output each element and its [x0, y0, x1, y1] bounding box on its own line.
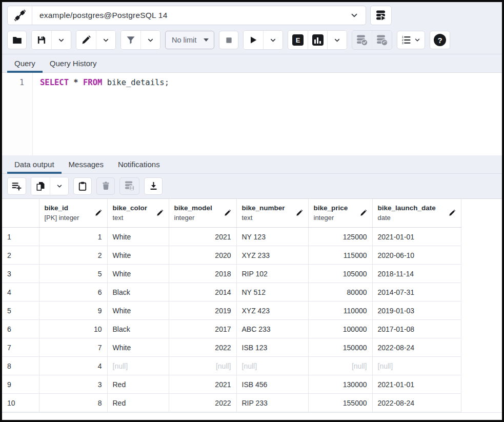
cell-bike_id[interactable]: 1: [39, 228, 107, 246]
cell-bike_price[interactable]: [null]: [308, 357, 372, 375]
cell-bike_model[interactable]: 2017: [169, 320, 236, 338]
connection-selector[interactable]: example/postgres@PostgreSQL 14: [7, 6, 366, 25]
cell-bike_id[interactable]: 9: [39, 302, 107, 320]
tab-messages[interactable]: Messages: [62, 156, 111, 173]
horizontal-scroll-area[interactable]: [2, 412, 502, 420]
row-number[interactable]: 4: [2, 283, 39, 302]
cell-bike_launch_date[interactable]: 2018-11-14: [372, 265, 461, 283]
sql-code-line[interactable]: SELECT * FROM bike_details;: [33, 73, 502, 155]
cell-bike_number[interactable]: NY 123: [236, 228, 308, 246]
cell-bike_launch_date[interactable]: 2021-01-01: [372, 228, 461, 246]
copy-button[interactable]: [31, 177, 50, 195]
cell-bike_color[interactable]: White: [107, 228, 169, 246]
cell-bike_color[interactable]: White: [107, 265, 169, 283]
edit-dropdown-button[interactable]: [96, 31, 115, 49]
cell-bike_color[interactable]: Black: [107, 283, 169, 302]
cell-bike_price[interactable]: 100000: [308, 320, 372, 338]
cell-bike_number[interactable]: XYZ 233: [236, 246, 308, 265]
cell-bike_launch_date[interactable]: [null]: [372, 357, 461, 375]
cell-bike_price[interactable]: 110000: [308, 302, 372, 320]
cell-bike_color[interactable]: White: [107, 302, 169, 320]
copy-dropdown-button[interactable]: [50, 177, 68, 195]
cell-bike_number[interactable]: [null]: [236, 357, 308, 375]
tab-query[interactable]: Query: [7, 55, 43, 72]
cell-bike_price[interactable]: 155000: [308, 394, 372, 412]
macros-button[interactable]: 123: [397, 31, 425, 49]
cell-bike_launch_date[interactable]: 2022-08-24: [372, 338, 461, 357]
sql-editor[interactable]: 1 SELECT * FROM bike_details;: [2, 73, 502, 155]
cell-bike_model[interactable]: 2021: [169, 228, 236, 246]
cell-bike_id[interactable]: 10: [39, 320, 107, 338]
tab-query-history[interactable]: Query History: [43, 55, 104, 72]
cell-bike_number[interactable]: XYZ 423: [236, 302, 308, 320]
column-header-bike_launch_date[interactable]: bike_launch_datedate: [372, 199, 461, 228]
cell-bike_id[interactable]: 2: [39, 246, 107, 265]
row-number[interactable]: 5: [2, 302, 39, 320]
tab-data-output[interactable]: Data output: [7, 156, 62, 173]
cell-bike_launch_date[interactable]: 2017-01-08: [372, 320, 461, 338]
new-connection-button[interactable]: [370, 6, 392, 25]
cell-bike_color[interactable]: White: [107, 338, 169, 357]
explain-analyze-button[interactable]: [308, 31, 327, 49]
cell-bike_launch_date[interactable]: 2022-08-24: [372, 394, 461, 412]
cell-bike_price[interactable]: 115000: [308, 246, 372, 265]
cell-bike_launch_date[interactable]: 2019-01-03: [372, 302, 461, 320]
open-file-button[interactable]: [7, 31, 27, 49]
cell-bike_launch_date[interactable]: 2021-01-01: [372, 375, 461, 394]
cell-bike_color[interactable]: White: [107, 246, 169, 265]
cell-bike_id[interactable]: 5: [39, 265, 107, 283]
cell-bike_id[interactable]: 8: [39, 394, 107, 412]
cell-bike_number[interactable]: ISB 456: [236, 375, 308, 394]
delete-row-button[interactable]: [96, 177, 115, 195]
select-all-corner[interactable]: [2, 199, 39, 228]
row-number[interactable]: 8: [2, 357, 39, 375]
row-number[interactable]: 2: [2, 246, 39, 265]
cell-bike_price[interactable]: 125000: [308, 228, 372, 246]
row-number[interactable]: 6: [2, 320, 39, 338]
cell-bike_id[interactable]: 6: [39, 283, 107, 302]
cell-bike_number[interactable]: ABC 233: [236, 320, 308, 338]
cell-bike_number[interactable]: RIP 102: [236, 265, 308, 283]
save-file-button[interactable]: [32, 31, 51, 49]
row-limit-select[interactable]: No limit: [165, 31, 214, 49]
edit-button[interactable]: [76, 31, 96, 49]
cell-bike_id[interactable]: 4: [39, 357, 107, 375]
column-header-bike_number[interactable]: bike_numbertext: [236, 199, 308, 228]
column-header-bike_model[interactable]: bike_modelinteger: [169, 199, 236, 228]
cell-bike_model[interactable]: 2021: [169, 375, 236, 394]
save-dropdown-button[interactable]: [51, 31, 71, 49]
commit-button[interactable]: [352, 31, 372, 49]
row-number[interactable]: 3: [2, 265, 39, 283]
column-header-bike_id[interactable]: bike_id[PK] integer: [39, 199, 107, 228]
cell-bike_color[interactable]: Red: [107, 375, 169, 394]
cell-bike_number[interactable]: RIP 233: [236, 394, 308, 412]
cell-bike_price[interactable]: 80000: [308, 283, 372, 302]
cell-bike_color[interactable]: [null]: [107, 357, 169, 375]
filter-dropdown-button[interactable]: [140, 31, 160, 49]
explain-dropdown-button[interactable]: [327, 31, 347, 49]
help-button[interactable]: ?: [430, 31, 450, 49]
cell-bike_model[interactable]: 2018: [169, 265, 236, 283]
rollback-button[interactable]: ↶: [372, 31, 392, 49]
cell-bike_id[interactable]: 7: [39, 338, 107, 357]
cell-bike_model[interactable]: 2019: [169, 302, 236, 320]
cell-bike_color[interactable]: Black: [107, 320, 169, 338]
tab-notifications[interactable]: Notifications: [111, 156, 167, 173]
row-number[interactable]: 10: [2, 394, 39, 412]
cell-bike_number[interactable]: ISB 123: [236, 338, 308, 357]
save-data-changes-button[interactable]: [119, 177, 139, 195]
row-number[interactable]: 9: [2, 375, 39, 394]
filter-button[interactable]: [121, 31, 140, 49]
execute-button[interactable]: [244, 31, 263, 49]
cell-bike_number[interactable]: NY 512: [236, 283, 308, 302]
cell-bike_color[interactable]: Red: [107, 394, 169, 412]
cell-bike_model[interactable]: 2022: [169, 338, 236, 357]
column-header-bike_color[interactable]: bike_colortext: [107, 199, 169, 228]
stop-button[interactable]: [219, 31, 238, 49]
cell-bike_launch_date[interactable]: 2020-06-10: [372, 246, 461, 265]
cell-bike_model[interactable]: 2020: [169, 246, 236, 265]
execute-dropdown-button[interactable]: [263, 31, 283, 49]
cell-bike_model[interactable]: 2014: [169, 283, 236, 302]
paste-button[interactable]: [73, 177, 92, 195]
explain-button[interactable]: E: [288, 31, 308, 49]
